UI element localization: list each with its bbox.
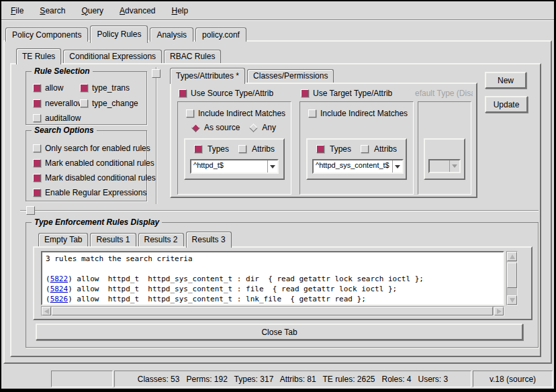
- rule-selection-group: Rule Selection allow type_trans neverall…: [26, 71, 147, 125]
- source-type-frame: Include Indirect Matches As source Any T…: [177, 101, 291, 195]
- checkbox-label: Enable Regular Expressions: [45, 188, 146, 197]
- horizontal-scrollbar[interactable]: [41, 306, 504, 316]
- checkbox-type-trans[interactable]: type_trans: [80, 83, 130, 93]
- checkbox-mark-disabled-conditional[interactable]: Mark disabled conditional rules: [33, 173, 156, 183]
- tab-types-attributes[interactable]: Types/Attributes *: [170, 68, 245, 84]
- tab-empty[interactable]: Empty Tab: [38, 233, 88, 246]
- checkbox-label: Types: [207, 144, 229, 154]
- main-tab-bar: Policy Components Policy Rules Analysis …: [5, 24, 246, 42]
- paren: (: [46, 275, 50, 283]
- checkbox-neverallow[interactable]: neverallow: [33, 99, 83, 108]
- horizontal-scrollbar-thumb[interactable]: [52, 307, 493, 315]
- tab-te-rules[interactable]: TE Rules: [16, 48, 61, 64]
- checkbox-label: Attribs: [374, 144, 397, 154]
- checkbox-label: Mark disabled conditional rules: [45, 173, 156, 183]
- checkbox-mark-enabled-conditional[interactable]: Mark enabled conditional rules: [33, 158, 154, 168]
- close-tab-button[interactable]: Close Tab: [36, 324, 523, 340]
- checkbox-indicator: [316, 145, 324, 153]
- results-frame: 3 rules match the search criteria (5822)…: [33, 246, 532, 320]
- vertical-sash: [156, 67, 157, 204]
- scroll-down-button[interactable]: [507, 295, 517, 305]
- source-types-attribs-row: Types Attribs: [185, 144, 283, 154]
- checkbox-allow[interactable]: allow: [33, 83, 63, 93]
- paren: (: [46, 295, 50, 303]
- checkbox-only-enabled-rules[interactable]: Only search for enabled rules: [33, 144, 150, 153]
- scroll-up-button[interactable]: [507, 252, 517, 261]
- checkbox-indicator: [301, 89, 309, 97]
- checkbox-source-attribs[interactable]: Attribs: [238, 144, 275, 154]
- blank-line: [46, 264, 500, 274]
- menu-search[interactable]: Search: [37, 5, 68, 17]
- radio-any[interactable]: Any: [250, 123, 276, 132]
- tab-policy-rules[interactable]: Policy Rules: [90, 26, 148, 43]
- source-radio-row: As source Any: [178, 123, 291, 132]
- default-type-label: efault Type (Disa: [415, 89, 473, 98]
- status-cell-version: v.18 (source): [473, 371, 553, 387]
- te-display-group: Type Enforcement Rules Display Empty Tab…: [26, 222, 539, 348]
- tab-classes-permissions[interactable]: Classes/Permissions: [247, 69, 334, 83]
- scroll-left-button[interactable]: [42, 307, 51, 315]
- tab-results-1[interactable]: Results 1: [90, 233, 136, 246]
- checkbox-use-target-type[interactable]: Use Target Type/Attrib: [301, 89, 392, 98]
- radio-label: As source: [204, 123, 240, 132]
- menu-help[interactable]: Help: [169, 5, 191, 17]
- checkbox-enable-regex[interactable]: Enable Regular Expressions: [33, 188, 146, 197]
- horizontal-sash-handle[interactable]: [26, 206, 35, 215]
- checkbox-label: Use Source Type/Attrib: [191, 89, 273, 98]
- combobox-value: ^httpd_t$: [191, 160, 267, 173]
- target-type-combobox[interactable]: ^httpd_sys_content_t$: [312, 159, 404, 174]
- checkbox-use-source-type[interactable]: Use Source Type/Attrib: [179, 89, 273, 98]
- rule-link[interactable]: 5822: [50, 275, 68, 283]
- checkbox-target-types[interactable]: Types: [316, 144, 351, 154]
- menu-query[interactable]: Query: [79, 5, 106, 17]
- search-options-group: Search Options Only search for enabled r…: [26, 130, 147, 201]
- search-options-title: Search Options: [32, 126, 97, 135]
- menu-advanced[interactable]: Advanced: [117, 5, 158, 17]
- checkbox-indicator: [33, 144, 41, 152]
- source-type-combobox[interactable]: ^httpd_t$: [190, 159, 279, 174]
- tab-results-2[interactable]: Results 2: [138, 233, 184, 246]
- checkbox-label: Include Indirect Matches: [320, 109, 408, 118]
- checkbox-target-indirect[interactable]: Include Indirect Matches: [308, 109, 408, 118]
- dropdown-arrow-icon[interactable]: [392, 160, 402, 173]
- tab-policy-components[interactable]: Policy Components: [5, 28, 88, 42]
- tab-conditional-expressions[interactable]: Conditional Expressions: [63, 50, 162, 63]
- results-text-area[interactable]: 3 rules match the search criteria (5822)…: [41, 251, 504, 305]
- update-button[interactable]: Update: [485, 96, 528, 113]
- scroll-right-button[interactable]: [494, 307, 504, 315]
- checkbox-type-change[interactable]: type_change: [80, 99, 138, 108]
- dropdown-arrow-icon: [449, 160, 459, 172]
- horizontal-sash: [20, 210, 539, 211]
- checkbox-label: type_trans: [92, 83, 130, 93]
- results-tab-bar: Empty Tab Results 1 Results 2 Results 3: [38, 230, 232, 246]
- target-types-attribs-row: Types Attribs: [308, 144, 406, 154]
- tab-results-3[interactable]: Results 3: [186, 232, 232, 248]
- tab-policy-conf[interactable]: policy.conf: [195, 28, 246, 42]
- checkbox-indicator: [80, 99, 88, 107]
- checkbox-target-attribs[interactable]: Attribs: [361, 144, 397, 154]
- checkbox-indicator: [33, 174, 41, 182]
- tab-analysis[interactable]: Analysis: [150, 28, 193, 42]
- new-button[interactable]: New: [485, 72, 526, 89]
- checkbox-source-indirect[interactable]: Include Indirect Matches: [186, 109, 285, 118]
- vertical-sash-handle[interactable]: [152, 69, 160, 78]
- checkbox-source-types[interactable]: Types: [194, 144, 229, 154]
- vertical-scrollbar[interactable]: [506, 251, 518, 305]
- checkbox-indicator: [179, 89, 187, 97]
- rule-link[interactable]: 5826: [50, 295, 68, 303]
- checkbox-label: Only search for enabled rules: [45, 144, 150, 153]
- checkbox-auditallow[interactable]: auditallow: [33, 113, 81, 123]
- vertical-scrollbar-thumb[interactable]: [507, 262, 517, 288]
- apol-window: File Search Query Advanced Help Policy C…: [0, 0, 556, 392]
- menu-file[interactable]: File: [8, 5, 26, 17]
- tab-rbac-rules[interactable]: RBAC Rules: [164, 50, 221, 63]
- dropdown-arrow-icon[interactable]: [267, 160, 277, 173]
- status-cell-stats: Classes: 53 Perms: 192 Types: 317 Attrib…: [114, 371, 471, 387]
- checkbox-indicator: [238, 145, 246, 153]
- checkbox-indicator: [33, 159, 41, 167]
- checkbox-label: neverallow: [45, 99, 83, 108]
- rules-tab-bar: TE Rules Conditional Expressions RBAC Ru…: [16, 47, 221, 63]
- radio-as-source[interactable]: As source: [193, 123, 240, 132]
- rule-link[interactable]: 5824: [50, 285, 68, 293]
- radio-indicator: [249, 124, 258, 132]
